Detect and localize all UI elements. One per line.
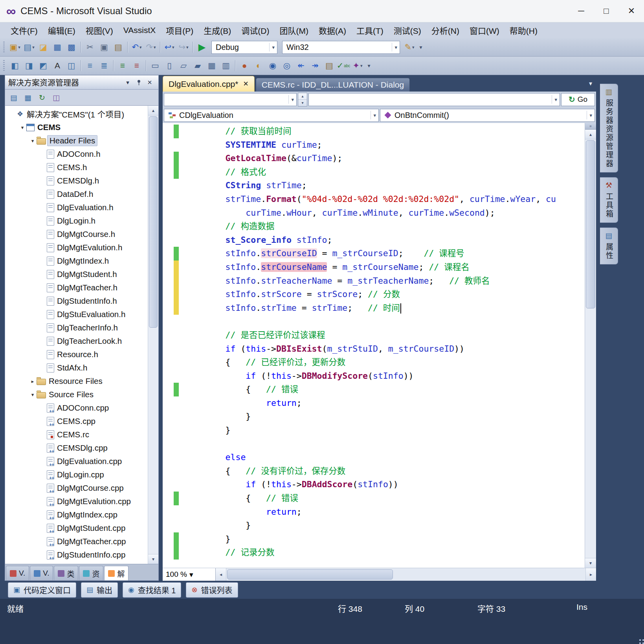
menu-item[interactable]: VAssistX xyxy=(118,22,161,38)
toolbar-overflow-icon[interactable]: ▾ xyxy=(416,40,425,54)
tab-close-icon[interactable]: ✕ xyxy=(243,80,248,88)
tree-item[interactable]: DlgMgtEvalution.cpp xyxy=(5,495,148,508)
tree-item[interactable]: DlgLogin.cpp xyxy=(5,468,148,481)
scope-dropdown[interactable]: CDlgEvaluation ▾ xyxy=(164,109,379,122)
test-dialog-icon[interactable]: ▰ xyxy=(191,59,205,73)
find-in-files-icon[interactable]: ✎▾ xyxy=(402,40,416,54)
add-new-item-icon[interactable]: ▤▾ xyxy=(22,40,36,54)
editor-hscrollbar-track[interactable] xyxy=(226,568,585,581)
va-nav-spinner[interactable]: ▴ ▾ xyxy=(298,93,307,106)
tree-item[interactable]: DlgTeacherLook.h xyxy=(5,334,148,348)
va-open-corresponding-file-icon[interactable]: ◐ xyxy=(251,59,266,73)
tree-item[interactable]: CEMS.h xyxy=(5,161,148,174)
menu-item[interactable]: 数据(A) xyxy=(314,22,351,38)
member-dropdown[interactable]: OnBtnCommit() ▾ xyxy=(380,109,595,122)
tree-item[interactable]: DlgMgtCourse.cpp xyxy=(5,481,148,495)
error-list-button[interactable]: ⊗错误列表 xyxy=(186,582,238,598)
tree-item[interactable]: DlgEvaluation.h xyxy=(5,201,148,214)
tree-item[interactable]: CEMSDlg.h xyxy=(5,174,148,187)
editor-splitter-handle[interactable]: ≡ xyxy=(585,123,596,130)
tree-item[interactable]: DlgMgtCourse.h xyxy=(5,228,148,241)
scroll-down-icon[interactable]: ▾ xyxy=(148,554,158,564)
maximize-button[interactable]: □ xyxy=(594,0,619,22)
tab-resource-view[interactable]: 资 xyxy=(79,566,103,580)
tree-item[interactable]: DlgMgtStudent.cpp xyxy=(5,521,148,535)
platform-dropdown[interactable]: Win32 ▾ xyxy=(282,41,400,54)
tab-solution-explorer[interactable]: 解 xyxy=(104,566,128,580)
tree-item[interactable]: DlgEvaluation.cpp xyxy=(5,455,148,468)
va-navigate-back-icon[interactable]: ↞ xyxy=(294,59,308,73)
tree-expander-icon[interactable]: ▾ xyxy=(29,138,37,144)
tree-item[interactable]: DlgMgtTeacher.h xyxy=(5,281,148,294)
resize-grip[interactable] xyxy=(639,639,641,641)
tab-toolbox[interactable]: ⚒工具箱 xyxy=(600,177,618,223)
code-definition-window-button[interactable]: ▣代码定义窗口 xyxy=(8,582,76,598)
tree-item[interactable]: CEMSDlg.cpp xyxy=(5,441,148,455)
tree-item[interactable]: DlgMgtIndex.cpp xyxy=(5,508,148,521)
undo-icon[interactable]: ↶▾ xyxy=(130,40,144,54)
tree-expander-icon[interactable]: ▾ xyxy=(29,392,37,398)
va-find-symbol-icon[interactable]: ◎ xyxy=(280,59,294,73)
tab-order-icon[interactable]: ▱ xyxy=(176,59,191,73)
scroll-left-icon[interactable]: ◂ xyxy=(216,568,226,581)
tree-expander-icon[interactable]: ▾ xyxy=(18,125,26,130)
editor-tab[interactable]: CEMS.rc - IDD_DL...LUATION - Dialog xyxy=(256,78,410,92)
code-editor[interactable]: // 获取当前时间 SYSTEMTIME curTime; GetLocalTi… xyxy=(163,123,585,568)
menu-item[interactable]: 项目(P) xyxy=(161,22,198,38)
editor-vscrollbar-thumb[interactable] xyxy=(586,140,595,308)
indent-increase-icon[interactable]: ≣ xyxy=(97,59,111,73)
cut-icon[interactable]: ✂ xyxy=(83,40,97,54)
solution-explorer-toggle-icon[interactable]: ◧ xyxy=(8,59,22,73)
menu-item[interactable]: 窗口(W) xyxy=(464,22,505,38)
tree-item[interactable]: DataDef.h xyxy=(5,187,148,201)
close-icon[interactable]: ✕ xyxy=(144,77,155,88)
layout-grid-icon[interactable]: ▦ xyxy=(205,59,219,73)
select-tool-icon[interactable]: ▭ xyxy=(148,59,162,73)
show-all-files-icon[interactable]: ▦ xyxy=(22,91,34,104)
menu-item[interactable]: 视图(V) xyxy=(81,22,118,38)
tree-item[interactable]: DlgMgtStudent.h xyxy=(5,268,148,281)
tree-item[interactable]: ▾Source Files xyxy=(5,388,148,401)
comment-selection-icon[interactable]: ≡ xyxy=(116,59,130,73)
tree-item[interactable]: DlgMgtTeacher.cpp xyxy=(5,535,148,548)
menu-item[interactable]: 编辑(E) xyxy=(43,22,81,38)
tree-scrollbar[interactable]: ▴ ▾ xyxy=(148,106,158,564)
tab-list-icon[interactable]: ▾ xyxy=(589,80,596,87)
scroll-up-icon[interactable]: ▴ xyxy=(585,130,596,139)
pin-icon[interactable] xyxy=(133,77,144,88)
save-icon[interactable]: ▦ xyxy=(50,40,64,54)
window-position-icon[interactable]: ▾ xyxy=(122,77,133,88)
tree-item[interactable]: DlgMgtEvalution.h xyxy=(5,241,148,254)
debug-config-dropdown[interactable]: Debug ▾ xyxy=(211,41,277,54)
spinner-up-icon[interactable]: ▴ xyxy=(298,93,307,100)
paste-icon[interactable]: ▤ xyxy=(111,40,125,54)
scroll-right-icon[interactable]: ▸ xyxy=(585,568,596,581)
save-all-icon[interactable]: ▩ xyxy=(64,40,79,54)
scroll-down-icon[interactable]: ▾ xyxy=(585,558,596,568)
uncomment-selection-icon[interactable]: ≡ xyxy=(130,59,144,73)
properties-window-icon[interactable]: ◨ xyxy=(22,59,36,73)
menu-item[interactable]: 调试(D) xyxy=(236,22,274,38)
tree-item[interactable]: StdAfx.h xyxy=(5,361,148,374)
tab-vassistx-outline[interactable]: V. xyxy=(6,566,29,580)
va-paste-history-icon[interactable]: ▤ xyxy=(322,59,336,73)
tree-item[interactable]: DlgStuEvaluation.h xyxy=(5,308,148,321)
editor-vscrollbar[interactable]: ≡ ▴ ▾ xyxy=(585,123,596,568)
minimize-button[interactable]: ─ xyxy=(569,0,594,22)
tree-item[interactable]: DlgTeacherInfo.h xyxy=(5,321,148,334)
redo-icon[interactable]: ↷▾ xyxy=(144,40,158,54)
menu-item[interactable]: 生成(B) xyxy=(198,22,236,38)
menu-item[interactable]: 文件(F) xyxy=(6,22,43,38)
menu-item[interactable]: 分析(N) xyxy=(426,22,464,38)
new-project-icon[interactable]: ▣▾ xyxy=(8,40,22,54)
font-size-icon[interactable]: A xyxy=(50,59,64,73)
open-file-icon[interactable]: ◪ xyxy=(36,40,50,54)
tab-vassistx-view[interactable]: V. xyxy=(30,566,53,580)
zoom-dropdown[interactable]: 100 % ▾ xyxy=(163,568,216,581)
scroll-up-icon[interactable]: ▴ xyxy=(148,106,158,116)
navigate-backward-icon[interactable]: ↩▾ xyxy=(162,40,176,54)
va-refactor-icon[interactable]: ✦▾ xyxy=(350,59,365,73)
output-button[interactable]: ▤输出 xyxy=(81,582,118,598)
toolbar-overflow-icon[interactable]: ▾ xyxy=(365,59,373,73)
start-debugging-icon[interactable]: ▶ xyxy=(195,40,209,54)
